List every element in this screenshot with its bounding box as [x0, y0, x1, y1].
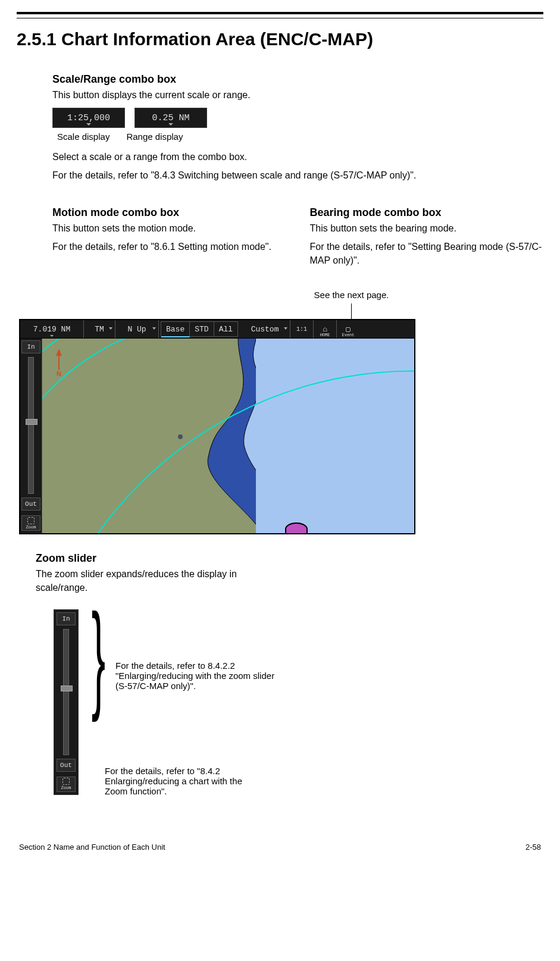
- zoom-slider-figure: In Out Zoom } For the details, refer to …: [54, 609, 543, 795]
- magnifier-icon-fig: [62, 778, 70, 785]
- magenta-symbol: [285, 522, 308, 534]
- motion-l2: For the details, refer to "8.6.1 Setting…: [52, 240, 286, 253]
- zoom-in-label: In: [27, 343, 35, 350]
- range-display-combo[interactable]: 7.019 NM: [20, 320, 84, 338]
- zoom-out-button[interactable]: Out: [21, 497, 40, 511]
- footer-left: Section 2 Name and Function of Each Unit: [19, 843, 165, 852]
- motion-mode-combo[interactable]: TM: [84, 320, 115, 338]
- zoom-in-button[interactable]: In: [21, 340, 40, 353]
- zoom-slider-track[interactable]: [28, 357, 34, 494]
- motion-bearing-row: Motion mode combo box This button sets t…: [52, 206, 543, 273]
- range-display-value: 7.019 NM: [33, 325, 70, 334]
- zoom-slider-thumb[interactable]: [26, 419, 37, 425]
- chevron-down-icon: [109, 327, 112, 330]
- select-line1: Select a scale or a range from the combo…: [52, 150, 543, 164]
- seg-std-label: STD: [195, 325, 208, 334]
- seg-std[interactable]: STD: [190, 322, 214, 336]
- brace-graphic: }: [88, 609, 106, 702]
- north-label: N: [56, 370, 62, 377]
- zoom-slider-column: In Out Zoom: [20, 338, 42, 533]
- scale-range-combos: 1:25,000 0.25 NM: [52, 108, 543, 128]
- zoom-out-label: Out: [25, 500, 37, 508]
- top-thick-rule: [17, 12, 543, 14]
- zoom-tool-button-fig[interactable]: Zoom: [57, 777, 76, 792]
- select-line2: For the details, refer to "8.4.3 Switchi…: [52, 168, 543, 182]
- see-next-page-label: See the next page.: [88, 290, 560, 300]
- event-button[interactable]: ▢ Event: [337, 320, 359, 338]
- seg-base[interactable]: Base: [161, 322, 190, 337]
- zoom-notes: For the details, refer to 8.4.2.2 "Enlar…: [115, 609, 282, 794]
- zoom-tool-button[interactable]: Zoom: [21, 515, 40, 531]
- bearing-l1: This button sets the bearing mode.: [310, 221, 544, 235]
- motion-l1: This button sets the motion mode.: [52, 221, 286, 235]
- zoom-in-button-fig[interactable]: In: [57, 612, 76, 625]
- zoom-tool-label: Zoom: [26, 525, 36, 530]
- bearing-mode-value: N Up: [127, 325, 146, 334]
- footer-right: 2-58: [525, 843, 541, 852]
- scale-caption: Scale display: [57, 132, 110, 142]
- chevron-down-icon: [50, 335, 54, 337]
- zoom-slider-desc: The zoom slider expands/reduces the disp…: [36, 567, 286, 594]
- magnifier-icon: [27, 517, 35, 524]
- bearing-block: Bearing mode combo box This button sets …: [310, 206, 544, 273]
- chart-top-bar: 7.019 NM TM N Up Base STD All Custom 1: [20, 320, 414, 339]
- scale-range-desc: This button displays the current scale o…: [52, 88, 543, 102]
- zoom-slider-figure-col: In Out Zoom: [54, 609, 79, 795]
- seg-all[interactable]: All: [214, 322, 237, 336]
- zoom-in-label-fig: In: [62, 615, 70, 622]
- scale-range-block: Scale/Range combo box This button displa…: [52, 73, 543, 272]
- combo-captions: Scale display Range display: [57, 132, 543, 142]
- range-combo-value: 0.25 NM: [152, 113, 189, 123]
- see-next-pointer: [351, 303, 352, 319]
- one-to-one-button[interactable]: 1:1: [290, 320, 314, 338]
- scale-range-heading: Scale/Range combo box: [52, 73, 543, 86]
- zoom-tool-label-fig: Zoom: [61, 785, 71, 790]
- bearing-l2: For the details, refer to "Setting Beari…: [310, 240, 544, 267]
- zoom-note-slider: For the details, refer to 8.4.2.2 "Enlar…: [115, 661, 282, 691]
- motion-mode-value: TM: [95, 325, 104, 334]
- zoom-slider-thumb-fig[interactable]: [61, 685, 73, 691]
- top-thin-rule: [17, 18, 543, 18]
- seg-all-label: All: [219, 325, 233, 334]
- home-button[interactable]: ⌂ HOME: [314, 320, 337, 338]
- custom-combo[interactable]: Custom: [240, 320, 290, 338]
- bearing-mode-combo[interactable]: N Up: [115, 320, 159, 338]
- zoom-slider-heading: Zoom slider: [36, 552, 543, 565]
- motion-block: Motion mode combo box This button sets t…: [52, 206, 286, 273]
- scale-combo-value: 1:25,000: [67, 113, 110, 123]
- home-label: HOME: [314, 333, 336, 337]
- event-label: Event: [337, 333, 359, 337]
- seg-base-label: Base: [166, 325, 184, 334]
- motion-heading: Motion mode combo box: [52, 206, 286, 219]
- range-combo[interactable]: 0.25 NM: [134, 108, 207, 128]
- chart-area: N 7.019 NM TM N Up Base STD All Custom: [19, 319, 415, 534]
- chevron-down-icon: [284, 327, 287, 330]
- section-title: 2.5.1 Chart Information Area (ENC/C-MAP): [17, 29, 543, 49]
- zoom-slider-block: Zoom slider The zoom slider expands/redu…: [36, 552, 543, 794]
- zoom-out-label-fig: Out: [60, 762, 72, 769]
- display-category-segments: Base STD All: [161, 321, 238, 337]
- zoom-note-tool: For the details, refer to "8.4.2 Enlargi…: [105, 766, 259, 796]
- range-arcs: [42, 338, 414, 533]
- scale-combo[interactable]: 1:25,000: [52, 108, 125, 128]
- north-arrow-icon: N: [56, 349, 62, 377]
- one-to-one-icon: 1:1: [296, 326, 307, 333]
- zoom-out-button-fig[interactable]: Out: [57, 759, 76, 772]
- chevron-down-icon: [152, 327, 156, 330]
- page-footer: Section 2 Name and Function of Each Unit…: [17, 843, 543, 852]
- bearing-heading: Bearing mode combo box: [310, 206, 544, 219]
- curly-brace-icon: }: [92, 609, 98, 702]
- range-caption: Range display: [126, 132, 183, 142]
- zoom-slider-track-fig[interactable]: [63, 629, 69, 755]
- custom-label: Custom: [251, 325, 279, 334]
